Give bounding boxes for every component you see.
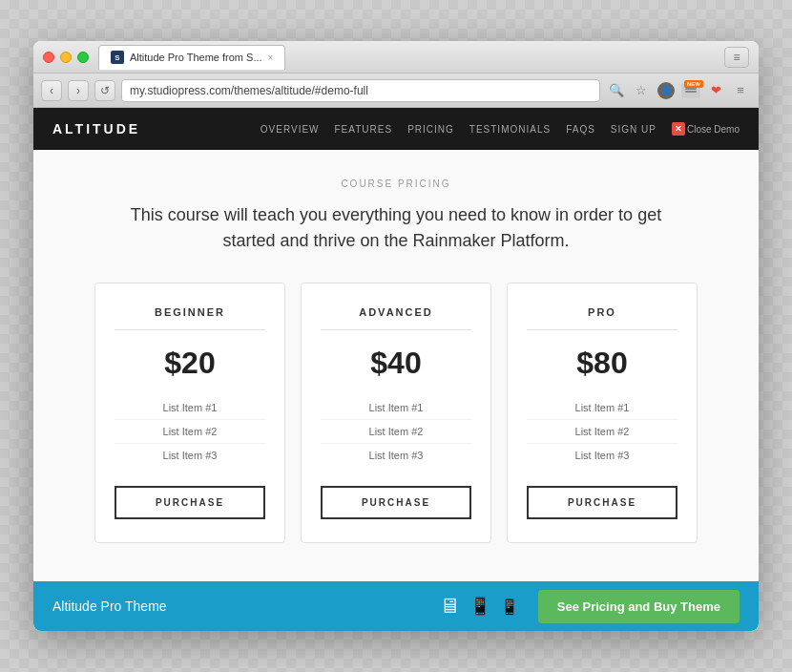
list-item: List Item #1 <box>115 396 265 420</box>
mobile-icon: 📱 <box>500 598 519 616</box>
card-price-beginner: $20 <box>115 346 265 381</box>
list-item: List Item #3 <box>115 444 265 467</box>
bookmark-icon[interactable]: ☆ <box>631 80 652 101</box>
extension-icon[interactable]: NEW <box>680 80 701 101</box>
bottom-bar-title: Altitude Pro Theme <box>52 598 439 614</box>
list-item: List Item #3 <box>321 444 471 467</box>
window-menu-button[interactable]: ≡ <box>724 47 749 68</box>
site-content: ALTITUDE OVERVIEW FEATURES PRICING TESTI… <box>33 108 759 631</box>
title-bar: S Altitude Pro Theme from S... × ≡ <box>33 41 759 74</box>
card-divider <box>115 329 265 330</box>
purchase-button-pro[interactable]: PURCHASE <box>527 486 677 519</box>
card-tier-advanced: ADVANCED <box>321 306 471 318</box>
list-item: List Item #2 <box>115 420 265 444</box>
card-tier-beginner: BEGINNER <box>115 306 265 318</box>
back-icon: ‹ <box>50 84 53 97</box>
fullscreen-button[interactable] <box>77 52 89 63</box>
profile-icon[interactable]: 👤 <box>656 80 677 101</box>
list-item: List Item #1 <box>527 396 677 420</box>
card-features-pro: List Item #1 List Item #2 List Item #3 <box>527 396 677 467</box>
traffic-lights <box>43 52 89 63</box>
browser-tab[interactable]: S Altitude Pro Theme from S... × <box>98 45 285 70</box>
nav-faqs[interactable]: FAQS <box>566 124 595 135</box>
list-item: List Item #3 <box>527 444 677 467</box>
browser-window: S Altitude Pro Theme from S... × ≡ ‹ › ↺… <box>33 41 759 631</box>
close-demo-label: Close Demo <box>687 124 740 135</box>
pricing-headline: This course will teach you everything yo… <box>119 202 673 254</box>
pricing-card-pro: PRO $80 List Item #1 List Item #2 List I… <box>507 283 698 543</box>
nav-overview[interactable]: OVERVIEW <box>261 124 320 135</box>
list-item: List Item #2 <box>321 420 471 444</box>
tab-close-button[interactable]: × <box>268 52 274 63</box>
close-button[interactable] <box>43 52 54 63</box>
back-button[interactable]: ‹ <box>41 80 62 101</box>
close-demo-button[interactable]: ✕ Close Demo <box>672 122 740 136</box>
bottom-bar: Altitude Pro Theme 🖥 📱 📱 See Pricing and… <box>33 581 759 631</box>
menu-icon[interactable]: ≡ <box>730 80 751 101</box>
buy-theme-button[interactable]: See Pricing and Buy Theme <box>538 590 740 623</box>
url-icons: 🔍 ☆ 👤 NEW ❤ ≡ <box>606 80 751 101</box>
tab-title: Altitude Pro Theme from S... <box>130 52 262 63</box>
card-features-beginner: List Item #1 List Item #2 List Item #3 <box>115 396 265 467</box>
new-badge: NEW <box>684 80 703 88</box>
close-x-icon: ✕ <box>672 122 685 136</box>
pricing-label: COURSE PRICING <box>72 178 720 189</box>
pricing-card-beginner: BEGINNER $20 List Item #1 List Item #2 L… <box>94 283 285 543</box>
card-price-pro: $80 <box>527 346 677 381</box>
pricing-section: COURSE PRICING This course will teach yo… <box>33 150 759 581</box>
purchase-button-beginner[interactable]: PURCHASE <box>115 486 265 519</box>
minimize-button[interactable] <box>60 52 72 63</box>
list-item: List Item #1 <box>321 396 471 420</box>
nav-signup[interactable]: SIGN UP <box>611 124 657 135</box>
card-divider <box>527 329 677 330</box>
card-tier-pro: PRO <box>527 306 677 318</box>
reload-icon: ↺ <box>100 84 110 97</box>
pricing-card-advanced: ADVANCED $40 List Item #1 List Item #2 L… <box>301 283 491 543</box>
site-nav-links: OVERVIEW FEATURES PRICING TESTIMONIALS F… <box>261 122 740 136</box>
site-logo: ALTITUDE <box>52 121 140 136</box>
site-nav: ALTITUDE OVERVIEW FEATURES PRICING TESTI… <box>33 108 759 150</box>
address-bar: ‹ › ↺ my.studiopress.com/themes/altitude… <box>33 74 759 108</box>
heart-icon[interactable]: ❤ <box>705 80 726 101</box>
card-features-advanced: List Item #1 List Item #2 List Item #3 <box>321 396 471 467</box>
nav-features[interactable]: FEATURES <box>335 124 393 135</box>
nav-pricing[interactable]: PRICING <box>407 124 454 135</box>
reload-button[interactable]: ↺ <box>94 80 115 101</box>
card-divider <box>321 329 471 330</box>
pricing-cards: BEGINNER $20 List Item #1 List Item #2 L… <box>72 283 720 543</box>
url-bar[interactable]: my.studiopress.com/themes/altitude/#demo… <box>121 79 600 102</box>
device-icons: 🖥 📱 📱 <box>439 594 519 619</box>
hamburger-icon: ≡ <box>733 51 740 64</box>
card-price-advanced: $40 <box>321 346 471 381</box>
nav-testimonials[interactable]: TESTIMONIALS <box>469 124 551 135</box>
tab-favicon: S <box>111 51 124 64</box>
tablet-icon: 📱 <box>469 596 490 617</box>
tab-area: S Altitude Pro Theme from S... × <box>89 45 724 70</box>
list-item: List Item #2 <box>527 420 677 444</box>
purchase-button-advanced[interactable]: PURCHASE <box>321 486 471 519</box>
forward-icon: › <box>76 84 80 97</box>
url-text: my.studiopress.com/themes/altitude/#demo… <box>130 84 368 97</box>
forward-button[interactable]: › <box>68 80 89 101</box>
search-icon[interactable]: 🔍 <box>606 80 627 101</box>
desktop-icon: 🖥 <box>439 594 460 619</box>
